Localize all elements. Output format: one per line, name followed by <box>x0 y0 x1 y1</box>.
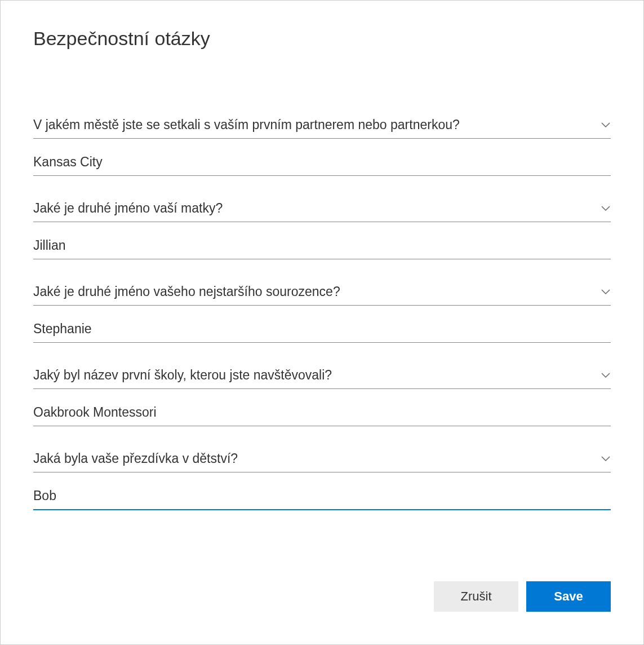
chevron-down-icon <box>601 370 611 381</box>
answer-value-1: Kansas City <box>33 154 103 169</box>
question-group-4: Jaký byl název první školy, kterou jste … <box>33 368 611 426</box>
question-label-3: Jaké je druhé jméno vašeho nejstaršího s… <box>33 284 340 299</box>
question-dropdown-2[interactable]: Jaké je druhé jméno vaší matky? <box>33 201 611 222</box>
chevron-down-icon <box>601 454 611 464</box>
answer-input-2[interactable]: Jillian <box>33 238 611 259</box>
save-button[interactable]: Save <box>526 581 611 612</box>
question-group-1: V jakém městě jste se setkali s vaším pr… <box>33 117 611 176</box>
question-group-2: Jaké je druhé jméno vaší matky? Jillian <box>33 201 611 259</box>
question-label-1: V jakém městě jste se setkali s vaším pr… <box>33 117 460 132</box>
question-label-4: Jaký byl název první školy, kterou jste … <box>33 368 332 383</box>
answer-input-1[interactable]: Kansas City <box>33 154 611 176</box>
question-group-3: Jaké je druhé jméno vašeho nejstaršího s… <box>33 284 611 343</box>
chevron-down-icon <box>601 204 611 214</box>
question-dropdown-5[interactable]: Jaká byla vaše přezdívka v dětství? <box>33 451 611 472</box>
answer-input-5[interactable]: Bob <box>33 488 611 510</box>
page-title: Bezpečnostní otázky <box>33 28 611 50</box>
question-dropdown-4[interactable]: Jaký byl název první školy, kterou jste … <box>33 368 611 389</box>
answer-value-3: Stephanie <box>33 321 92 336</box>
security-questions-form: V jakém městě jste se setkali s vaším pr… <box>33 117 611 510</box>
chevron-down-icon <box>601 287 611 297</box>
answer-value-4: Oakbrook Montessori <box>33 405 157 419</box>
answer-value-2: Jillian <box>33 238 66 253</box>
question-group-5: Jaká byla vaše přezdívka v dětství? Bob <box>33 451 611 510</box>
question-dropdown-3[interactable]: Jaké je druhé jméno vašeho nejstaršího s… <box>33 284 611 306</box>
question-dropdown-1[interactable]: V jakém městě jste se setkali s vaším pr… <box>33 117 611 139</box>
cancel-button[interactable]: Zrušit <box>434 581 518 612</box>
question-label-2: Jaké je druhé jméno vaší matky? <box>33 201 223 216</box>
question-label-5: Jaká byla vaše přezdívka v dětství? <box>33 451 238 466</box>
chevron-down-icon <box>601 120 611 130</box>
button-row: Zrušit Save <box>434 581 611 612</box>
answer-value-5: Bob <box>33 488 56 503</box>
answer-input-3[interactable]: Stephanie <box>33 321 611 343</box>
answer-input-4[interactable]: Oakbrook Montessori <box>33 405 611 426</box>
